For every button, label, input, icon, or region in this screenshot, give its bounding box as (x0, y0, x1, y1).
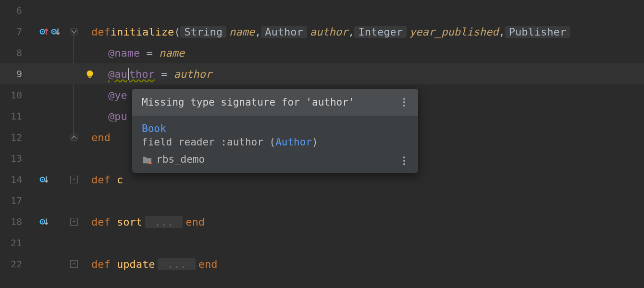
code-line[interactable]: @name = name (82, 42, 644, 63)
fold-end-icon[interactable] (70, 133, 78, 141)
line-number: 17 (0, 195, 24, 206)
text-caret (128, 68, 129, 80)
folded-code[interactable]: ... (158, 258, 195, 270)
gutter-line: 21 (0, 232, 82, 253)
tooltip-header: Missing type signature for 'author' (132, 89, 418, 116)
intention-bulb-icon[interactable] (85, 69, 95, 80)
keyword-end: end (91, 132, 111, 144)
code-line[interactable] (82, 232, 644, 253)
param: author (310, 26, 348, 38)
svg-point-3 (53, 31, 55, 33)
line-number: 13 (0, 153, 24, 164)
code-line[interactable] (82, 0, 644, 21)
ivar: @name (108, 47, 140, 59)
keyword-def: def (91, 26, 111, 38)
fold-expand-icon[interactable]: + (70, 260, 78, 268)
gutter-line: 14 + (0, 169, 82, 190)
override-down-icon[interactable] (38, 216, 49, 227)
code-line[interactable] (82, 190, 644, 211)
more-actions-icon[interactable] (400, 156, 409, 165)
keyword-def: def (91, 216, 111, 228)
line-number: 8 (0, 47, 24, 59)
fold-expand-icon[interactable]: + (70, 218, 78, 226)
param-ref: author (173, 68, 211, 80)
project-name: rbs_demo (156, 154, 205, 165)
svg-rect-4 (71, 28, 77, 35)
override-down-icon[interactable] (38, 174, 49, 185)
param-ref: name (159, 47, 185, 59)
tooltip-body: Book field reader :author (Author) rbs_d… (132, 116, 418, 173)
gutter-line: 22 + (0, 253, 82, 275)
tooltip-type: Author (275, 136, 312, 148)
line-number: 6 (0, 5, 24, 16)
folded-code[interactable]: ... (145, 216, 183, 228)
code-line[interactable]: def update ... end (82, 253, 644, 275)
gutter-line: 18 + (0, 211, 82, 232)
line-number: 21 (0, 237, 24, 249)
param: name (229, 26, 255, 38)
gutter-line: 10 (0, 84, 82, 106)
keyword-def: def (91, 258, 111, 270)
ivar-warning: thor (129, 68, 155, 80)
keyword-end: end (186, 216, 205, 228)
param: year_published (409, 26, 498, 38)
svg-rect-5 (71, 134, 77, 141)
type-hint: Publisher (505, 26, 570, 38)
line-number: 18 (0, 216, 24, 228)
tooltip-field-desc: field reader :author (Author) (142, 136, 409, 148)
svg-rect-10 (88, 77, 91, 78)
ivar: @pu (108, 110, 127, 122)
ivar-warning: @au (108, 68, 127, 80)
svg-point-9 (42, 221, 43, 223)
gutter-line: 6 (0, 0, 82, 21)
line-number: 7 (0, 26, 24, 37)
override-up-icon[interactable] (38, 26, 49, 37)
gutter-line: 7 (0, 21, 82, 42)
method-name: update (111, 258, 155, 270)
ivar: @ye (108, 89, 127, 101)
gutter-line-active: 9 (0, 63, 82, 84)
gutter: 6 7 8 9 10 11 (0, 0, 82, 288)
override-down-icon[interactable] (50, 26, 61, 37)
inspection-tooltip: Missing type signature for 'author' Book… (132, 89, 418, 173)
keyword-end: end (198, 258, 218, 270)
type-hint: String (180, 26, 226, 38)
tooltip-title: Missing type signature for 'author' (142, 96, 355, 108)
type-hint: Integer (354, 26, 407, 38)
line-number: 11 (0, 110, 24, 122)
line-number: 10 (0, 89, 24, 101)
line-number: 22 (0, 258, 24, 270)
line-number: 12 (0, 132, 24, 143)
method-name: c (111, 174, 124, 186)
fold-collapse-icon[interactable] (70, 28, 78, 36)
code-line-active[interactable]: @author = author (82, 63, 644, 84)
line-number: 9 (0, 68, 24, 80)
code-line[interactable]: def sort ... end (82, 211, 644, 232)
more-actions-icon[interactable] (400, 98, 409, 107)
paren-open: ( (174, 26, 180, 38)
gutter-line: 17 (0, 190, 82, 211)
keyword-def: def (91, 174, 111, 186)
line-number: 14 (0, 174, 24, 185)
code-line[interactable]: def initialize( Stringname, Authorauthor… (82, 21, 644, 42)
svg-point-7 (42, 179, 43, 180)
gutter-line: 8 (0, 42, 82, 63)
project-folder-icon (142, 155, 152, 164)
type-hint: Author (261, 26, 307, 38)
svg-point-1 (42, 31, 43, 33)
gutter-line: 11 (0, 106, 82, 127)
gutter-line: 13 (0, 148, 82, 169)
fold-expand-icon[interactable]: + (70, 176, 78, 183)
tooltip-class-name: Book (142, 123, 409, 134)
gutter-line: 12 (0, 127, 82, 148)
method-name: initialize (111, 26, 174, 38)
method-name: sort (111, 216, 142, 228)
tooltip-project-row: rbs_demo (142, 154, 409, 165)
